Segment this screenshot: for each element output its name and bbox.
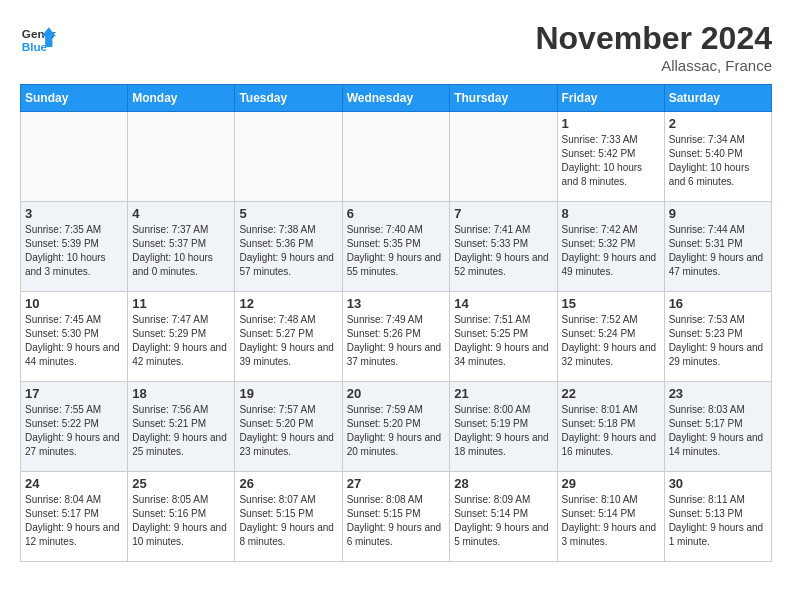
day-number: 20 bbox=[347, 386, 446, 401]
day-info: Sunrise: 7:51 AMSunset: 5:25 PMDaylight:… bbox=[454, 313, 552, 369]
day-info: Sunrise: 7:49 AMSunset: 5:26 PMDaylight:… bbox=[347, 313, 446, 369]
calendar-cell: 21Sunrise: 8:00 AMSunset: 5:19 PMDayligh… bbox=[450, 382, 557, 472]
day-number: 18 bbox=[132, 386, 230, 401]
calendar-cell: 26Sunrise: 8:07 AMSunset: 5:15 PMDayligh… bbox=[235, 472, 342, 562]
day-info: Sunrise: 8:08 AMSunset: 5:15 PMDaylight:… bbox=[347, 493, 446, 549]
header-tuesday: Tuesday bbox=[235, 85, 342, 112]
day-info: Sunrise: 7:33 AMSunset: 5:42 PMDaylight:… bbox=[562, 133, 660, 189]
calendar-cell: 16Sunrise: 7:53 AMSunset: 5:23 PMDayligh… bbox=[664, 292, 771, 382]
calendar-cell: 2Sunrise: 7:34 AMSunset: 5:40 PMDaylight… bbox=[664, 112, 771, 202]
calendar-cell: 30Sunrise: 8:11 AMSunset: 5:13 PMDayligh… bbox=[664, 472, 771, 562]
calendar-cell: 13Sunrise: 7:49 AMSunset: 5:26 PMDayligh… bbox=[342, 292, 450, 382]
day-number: 19 bbox=[239, 386, 337, 401]
day-info: Sunrise: 7:38 AMSunset: 5:36 PMDaylight:… bbox=[239, 223, 337, 279]
calendar-cell: 18Sunrise: 7:56 AMSunset: 5:21 PMDayligh… bbox=[128, 382, 235, 472]
calendar-cell: 28Sunrise: 8:09 AMSunset: 5:14 PMDayligh… bbox=[450, 472, 557, 562]
day-number: 2 bbox=[669, 116, 767, 131]
calendar-cell bbox=[21, 112, 128, 202]
calendar-cell: 6Sunrise: 7:40 AMSunset: 5:35 PMDaylight… bbox=[342, 202, 450, 292]
header-wednesday: Wednesday bbox=[342, 85, 450, 112]
calendar-cell bbox=[235, 112, 342, 202]
day-number: 13 bbox=[347, 296, 446, 311]
calendar-cell: 23Sunrise: 8:03 AMSunset: 5:17 PMDayligh… bbox=[664, 382, 771, 472]
calendar-cell: 5Sunrise: 7:38 AMSunset: 5:36 PMDaylight… bbox=[235, 202, 342, 292]
day-info: Sunrise: 7:41 AMSunset: 5:33 PMDaylight:… bbox=[454, 223, 552, 279]
day-info: Sunrise: 8:04 AMSunset: 5:17 PMDaylight:… bbox=[25, 493, 123, 549]
calendar-week-5: 24Sunrise: 8:04 AMSunset: 5:17 PMDayligh… bbox=[21, 472, 772, 562]
calendar-cell: 15Sunrise: 7:52 AMSunset: 5:24 PMDayligh… bbox=[557, 292, 664, 382]
calendar-cell: 22Sunrise: 8:01 AMSunset: 5:18 PMDayligh… bbox=[557, 382, 664, 472]
logo-icon: General Blue bbox=[20, 20, 56, 56]
calendar-cell: 12Sunrise: 7:48 AMSunset: 5:27 PMDayligh… bbox=[235, 292, 342, 382]
day-number: 17 bbox=[25, 386, 123, 401]
day-number: 4 bbox=[132, 206, 230, 221]
calendar-cell: 8Sunrise: 7:42 AMSunset: 5:32 PMDaylight… bbox=[557, 202, 664, 292]
day-info: Sunrise: 7:48 AMSunset: 5:27 PMDaylight:… bbox=[239, 313, 337, 369]
calendar-cell: 29Sunrise: 8:10 AMSunset: 5:14 PMDayligh… bbox=[557, 472, 664, 562]
day-number: 8 bbox=[562, 206, 660, 221]
day-info: Sunrise: 7:57 AMSunset: 5:20 PMDaylight:… bbox=[239, 403, 337, 459]
calendar-cell: 7Sunrise: 7:41 AMSunset: 5:33 PMDaylight… bbox=[450, 202, 557, 292]
day-info: Sunrise: 8:07 AMSunset: 5:15 PMDaylight:… bbox=[239, 493, 337, 549]
header-saturday: Saturday bbox=[664, 85, 771, 112]
day-info: Sunrise: 7:47 AMSunset: 5:29 PMDaylight:… bbox=[132, 313, 230, 369]
header-monday: Monday bbox=[128, 85, 235, 112]
calendar-table: SundayMondayTuesdayWednesdayThursdayFrid… bbox=[20, 84, 772, 562]
day-number: 28 bbox=[454, 476, 552, 491]
calendar-cell: 20Sunrise: 7:59 AMSunset: 5:20 PMDayligh… bbox=[342, 382, 450, 472]
day-info: Sunrise: 7:45 AMSunset: 5:30 PMDaylight:… bbox=[25, 313, 123, 369]
calendar-header-row: SundayMondayTuesdayWednesdayThursdayFrid… bbox=[21, 85, 772, 112]
location: Allassac, France bbox=[535, 57, 772, 74]
day-info: Sunrise: 8:09 AMSunset: 5:14 PMDaylight:… bbox=[454, 493, 552, 549]
calendar-cell: 27Sunrise: 8:08 AMSunset: 5:15 PMDayligh… bbox=[342, 472, 450, 562]
day-info: Sunrise: 8:03 AMSunset: 5:17 PMDaylight:… bbox=[669, 403, 767, 459]
header-sunday: Sunday bbox=[21, 85, 128, 112]
day-number: 27 bbox=[347, 476, 446, 491]
calendar-cell: 24Sunrise: 8:04 AMSunset: 5:17 PMDayligh… bbox=[21, 472, 128, 562]
day-number: 23 bbox=[669, 386, 767, 401]
day-info: Sunrise: 7:35 AMSunset: 5:39 PMDaylight:… bbox=[25, 223, 123, 279]
day-info: Sunrise: 7:53 AMSunset: 5:23 PMDaylight:… bbox=[669, 313, 767, 369]
day-info: Sunrise: 7:56 AMSunset: 5:21 PMDaylight:… bbox=[132, 403, 230, 459]
day-number: 9 bbox=[669, 206, 767, 221]
day-info: Sunrise: 7:34 AMSunset: 5:40 PMDaylight:… bbox=[669, 133, 767, 189]
day-number: 10 bbox=[25, 296, 123, 311]
calendar-cell: 10Sunrise: 7:45 AMSunset: 5:30 PMDayligh… bbox=[21, 292, 128, 382]
day-number: 12 bbox=[239, 296, 337, 311]
day-number: 15 bbox=[562, 296, 660, 311]
calendar-cell: 9Sunrise: 7:44 AMSunset: 5:31 PMDaylight… bbox=[664, 202, 771, 292]
logo: General Blue bbox=[20, 20, 56, 56]
calendar-cell bbox=[450, 112, 557, 202]
day-info: Sunrise: 8:00 AMSunset: 5:19 PMDaylight:… bbox=[454, 403, 552, 459]
day-info: Sunrise: 7:40 AMSunset: 5:35 PMDaylight:… bbox=[347, 223, 446, 279]
day-number: 3 bbox=[25, 206, 123, 221]
day-number: 14 bbox=[454, 296, 552, 311]
day-number: 21 bbox=[454, 386, 552, 401]
month-title: November 2024 bbox=[535, 20, 772, 57]
header: General Blue November 2024 Allassac, Fra… bbox=[20, 20, 772, 74]
calendar-cell: 25Sunrise: 8:05 AMSunset: 5:16 PMDayligh… bbox=[128, 472, 235, 562]
day-number: 7 bbox=[454, 206, 552, 221]
header-thursday: Thursday bbox=[450, 85, 557, 112]
day-number: 6 bbox=[347, 206, 446, 221]
day-info: Sunrise: 7:59 AMSunset: 5:20 PMDaylight:… bbox=[347, 403, 446, 459]
calendar-cell: 19Sunrise: 7:57 AMSunset: 5:20 PMDayligh… bbox=[235, 382, 342, 472]
day-number: 25 bbox=[132, 476, 230, 491]
day-info: Sunrise: 7:42 AMSunset: 5:32 PMDaylight:… bbox=[562, 223, 660, 279]
day-info: Sunrise: 7:37 AMSunset: 5:37 PMDaylight:… bbox=[132, 223, 230, 279]
calendar-cell: 4Sunrise: 7:37 AMSunset: 5:37 PMDaylight… bbox=[128, 202, 235, 292]
day-number: 26 bbox=[239, 476, 337, 491]
day-number: 11 bbox=[132, 296, 230, 311]
day-info: Sunrise: 8:10 AMSunset: 5:14 PMDaylight:… bbox=[562, 493, 660, 549]
calendar-week-2: 3Sunrise: 7:35 AMSunset: 5:39 PMDaylight… bbox=[21, 202, 772, 292]
calendar-cell bbox=[128, 112, 235, 202]
day-info: Sunrise: 8:05 AMSunset: 5:16 PMDaylight:… bbox=[132, 493, 230, 549]
day-info: Sunrise: 7:55 AMSunset: 5:22 PMDaylight:… bbox=[25, 403, 123, 459]
calendar-week-3: 10Sunrise: 7:45 AMSunset: 5:30 PMDayligh… bbox=[21, 292, 772, 382]
svg-text:Blue: Blue bbox=[22, 40, 48, 53]
day-number: 30 bbox=[669, 476, 767, 491]
calendar-week-1: 1Sunrise: 7:33 AMSunset: 5:42 PMDaylight… bbox=[21, 112, 772, 202]
calendar-cell: 3Sunrise: 7:35 AMSunset: 5:39 PMDaylight… bbox=[21, 202, 128, 292]
day-number: 29 bbox=[562, 476, 660, 491]
day-info: Sunrise: 8:11 AMSunset: 5:13 PMDaylight:… bbox=[669, 493, 767, 549]
